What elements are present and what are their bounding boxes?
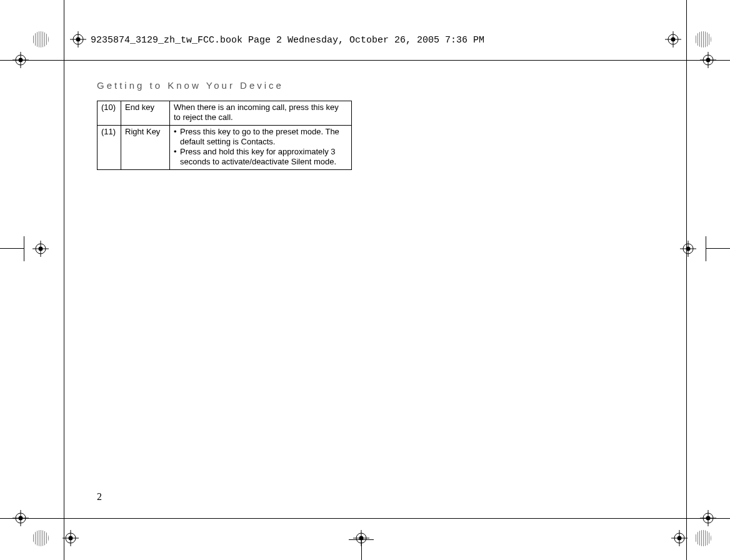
registration-mark-icon (671, 530, 688, 546)
key-desc-cell: •Press this key to go to the preset mode… (170, 125, 352, 169)
key-number-cell: (11) (98, 125, 121, 169)
svg-point-47 (695, 31, 711, 48)
key-desc-cell: When there is an incoming call, press th… (170, 101, 352, 126)
bullet-text: Press this key to go to the preset mode.… (180, 127, 348, 148)
svg-point-45 (32, 31, 49, 48)
registration-mark-icon (70, 31, 86, 48)
registration-mark-icon (665, 31, 681, 48)
key-number-cell: (10) (98, 101, 121, 126)
table-row: (10) End key When there is an incoming c… (98, 101, 352, 126)
tick-left-v (24, 236, 24, 261)
registration-mark-icon (700, 52, 716, 68)
registration-mark-icon (12, 52, 29, 68)
tick-right-v (706, 236, 706, 261)
key-name-cell: End key (121, 101, 170, 126)
key-name-cell: Right Key (121, 125, 170, 169)
document-header-text: 9235874_3129_zh_tw_FCC.book Page 2 Wedne… (91, 35, 484, 46)
color-bar-icon (31, 529, 50, 548)
registration-mark-icon (680, 241, 696, 257)
registration-mark-icon (12, 510, 29, 526)
key-description-table: (10) End key When there is an incoming c… (97, 101, 352, 170)
registration-mark-icon (353, 530, 369, 546)
section-title: Getting to Know Your Device (97, 80, 284, 91)
bullet-text: Press and hold this key for approximatel… (180, 147, 348, 168)
crop-line-left (64, 0, 64, 560)
tick-right-h (706, 248, 730, 249)
crop-line-top (0, 60, 730, 61)
color-bar-icon (694, 529, 712, 548)
page-number: 2 (97, 491, 102, 502)
svg-point-49 (32, 530, 49, 546)
tick-left-h (0, 248, 24, 249)
color-bar-icon (31, 30, 50, 49)
registration-mark-icon (700, 510, 716, 526)
table-row: (11) Right Key •Press this key to go to … (98, 125, 352, 169)
color-bar-icon (694, 30, 712, 49)
registration-mark-icon (32, 241, 49, 257)
crop-line-right (686, 0, 687, 560)
svg-point-51 (695, 530, 711, 546)
crop-line-bottom (0, 518, 730, 519)
registration-mark-icon (62, 530, 79, 546)
